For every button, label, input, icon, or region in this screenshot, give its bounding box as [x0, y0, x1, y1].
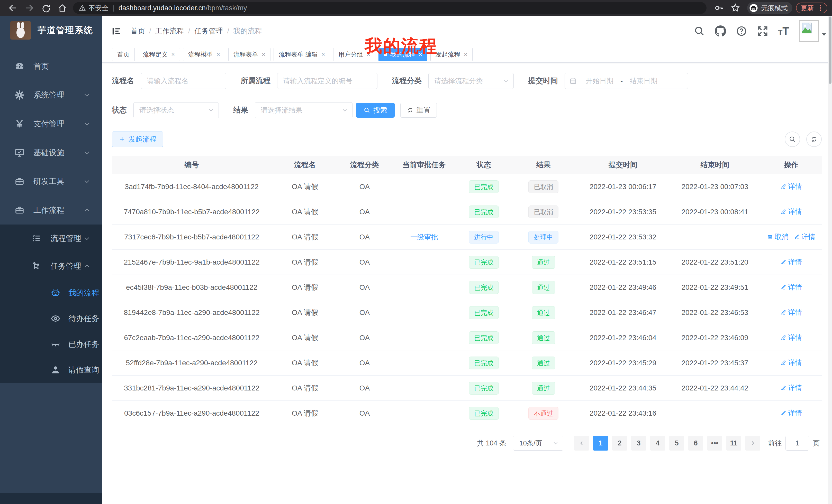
cell-actions: 取消详情 [761, 232, 822, 242]
search-button[interactable]: 搜索 [356, 103, 395, 118]
sidebar-item-系统管理[interactable]: 系统管理 [0, 81, 102, 109]
detail-link[interactable]: 详情 [780, 409, 802, 418]
cell-actions: 详情 [761, 207, 822, 217]
table-search-button[interactable] [785, 132, 800, 147]
avatar-caret-icon[interactable] [821, 31, 827, 38]
tab-流程表单-编辑[interactable]: 流程表单-编辑 × [274, 48, 330, 61]
url-bar[interactable]: 不安全 | dashboard.yudao.iocoder.cn /bpm/ta… [73, 2, 706, 14]
avatar[interactable] [799, 20, 818, 42]
page-button-1[interactable]: 1 [593, 436, 608, 451]
url-path: /bpm/task/my [206, 4, 247, 12]
prev-page-button[interactable] [574, 436, 589, 451]
page-size-select[interactable]: 10条/页 [513, 436, 563, 451]
back-icon[interactable] [8, 3, 18, 13]
current-task-link[interactable]: 一级审批 [410, 233, 438, 241]
detail-link[interactable]: 详情 [794, 232, 815, 242]
chevron-up-icon [83, 262, 90, 270]
reset-button[interactable]: 重置 [400, 103, 437, 118]
close-icon[interactable]: × [262, 51, 265, 58]
app-logo-row[interactable]: 芋道管理系统 [0, 16, 102, 45]
insecure-label[interactable]: 不安全 [88, 4, 108, 12]
close-icon[interactable]: × [171, 51, 175, 58]
github-icon[interactable] [715, 25, 726, 37]
page-button-5[interactable]: 5 [669, 436, 684, 451]
cell-actions: 详情 [761, 257, 822, 267]
fullscreen-icon[interactable] [757, 25, 768, 37]
incognito-spy-icon [749, 4, 758, 12]
end-date-input[interactable] [624, 73, 663, 89]
bookmark-star-icon[interactable] [730, 3, 740, 13]
detail-link[interactable]: 详情 [780, 308, 802, 317]
page-button-2[interactable]: 2 [612, 436, 627, 451]
detail-link[interactable]: 详情 [780, 283, 802, 292]
detail-link[interactable]: 详情 [780, 257, 802, 267]
breadcrumb-item[interactable]: 工作流程 [155, 26, 184, 36]
sidebar-item-支付管理[interactable]: 支付管理 [0, 109, 102, 138]
sidebar-item-请假查询[interactable]: 请假查询 [0, 357, 102, 383]
home-icon[interactable] [57, 3, 67, 13]
result-tag: 已取消 [528, 180, 558, 193]
goto-page-input[interactable] [785, 436, 809, 451]
next-page-button[interactable] [745, 436, 760, 451]
scrollbar-thumb[interactable] [829, 17, 831, 84]
search-icon[interactable] [694, 25, 705, 37]
status-tag: 已完成 [469, 331, 499, 344]
help-icon[interactable] [736, 25, 747, 37]
incognito-badge[interactable]: 无痕模式 [747, 2, 792, 14]
cancel-link[interactable]: 取消 [767, 232, 788, 242]
table-header-row: 编号流程名流程分类当前审批任务状态结果提交时间结束时间操作 [112, 156, 822, 174]
sidebar-item-任务管理[interactable]: 任务管理 [0, 252, 102, 280]
more-pages-button[interactable]: ••• [707, 436, 722, 451]
tab-流程表单[interactable]: 流程表单 × [228, 48, 270, 61]
close-icon[interactable]: × [216, 51, 220, 58]
start-process-button[interactable]: 发起流程 [112, 132, 163, 147]
page-button-3[interactable]: 3 [631, 436, 646, 451]
submenu: 我的流程 待办任务 已办任务 请假查询 [0, 280, 102, 383]
reload-icon[interactable] [41, 3, 51, 13]
tab-流程定义[interactable]: 流程定义 × [138, 48, 180, 61]
sidebar-item-我的流程[interactable]: 我的流程 [0, 280, 102, 306]
sidebar-item-待办任务[interactable]: 待办任务 [0, 306, 102, 331]
process-definition-input[interactable] [278, 73, 377, 89]
breadcrumb-item[interactable]: 任务管理 [194, 26, 223, 36]
detail-link[interactable]: 详情 [780, 207, 802, 216]
sidebar-item-首页[interactable]: 首页 [0, 52, 102, 81]
eye-closed-icon [50, 339, 61, 349]
font-size-icon[interactable]: TT [778, 25, 789, 37]
breadcrumb-item[interactable]: 首页 [131, 26, 145, 36]
sidebar-item-基础设施[interactable]: 基础设施 [0, 138, 102, 167]
page-button-11[interactable]: 11 [726, 436, 741, 451]
sidebar-item-流程管理[interactable]: 流程管理 [0, 225, 102, 252]
browser-menu-dots-icon[interactable] [816, 3, 824, 13]
status-tag: 已完成 [469, 180, 499, 193]
tab-流程模型[interactable]: 流程模型 × [183, 48, 225, 61]
page-button-4[interactable]: 4 [650, 436, 665, 451]
filter-row-2: 状态 结果 搜索 [112, 102, 822, 118]
process-name-input[interactable] [141, 73, 226, 89]
forward-icon[interactable] [24, 3, 34, 13]
start-date-input[interactable] [580, 73, 619, 89]
table-refresh-button[interactable] [806, 132, 822, 147]
detail-link[interactable]: 详情 [780, 333, 802, 342]
detail-link[interactable]: 详情 [780, 358, 802, 367]
sidebar-collapse-icon[interactable] [111, 26, 122, 36]
result-select-input[interactable] [255, 103, 352, 118]
close-icon[interactable]: × [321, 51, 325, 58]
submit-time-range-picker[interactable]: - [565, 73, 688, 89]
window-scrollbar[interactable] [828, 16, 832, 504]
column-header: 结果 [510, 160, 577, 170]
detail-link[interactable]: 详情 [780, 383, 802, 393]
detail-link[interactable]: 详情 [780, 182, 802, 191]
sidebar-item-研发工具[interactable]: 研发工具 [0, 167, 102, 196]
sidebar-item-工作流程[interactable]: 工作流程 [0, 196, 102, 225]
key-icon[interactable] [714, 3, 724, 13]
cell-process-name: OA 请假 [271, 383, 338, 393]
tab-首页[interactable]: 首页 [112, 48, 135, 61]
sidebar-item-已办任务[interactable]: 已办任务 [0, 331, 102, 357]
update-button[interactable]: 更新 [796, 3, 827, 13]
category-select-input[interactable] [428, 73, 514, 89]
page-button-6[interactable]: 6 [688, 436, 703, 451]
status-select-input[interactable] [134, 103, 218, 118]
cell-status: 已完成 [458, 331, 510, 344]
close-icon[interactable]: × [464, 51, 467, 58]
